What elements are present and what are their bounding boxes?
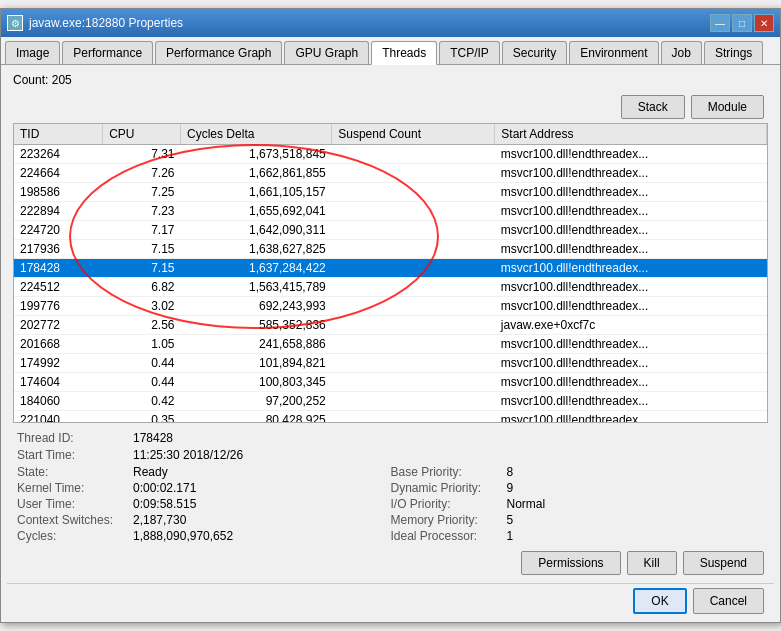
io-priority-value: Normal bbox=[507, 497, 546, 511]
cycles-value: 1,888,090,970,652 bbox=[133, 529, 233, 543]
tab-tcpip[interactable]: TCP/IP bbox=[439, 41, 500, 64]
table-row[interactable]: 2016681.05241,658,886msvcr100.dll!endthr… bbox=[14, 335, 767, 354]
context-switches-value: 2,187,730 bbox=[133, 513, 186, 527]
title-controls: — □ ✕ bbox=[710, 14, 774, 32]
table-row[interactable]: 1746040.44100,803,345msvcr100.dll!endthr… bbox=[14, 373, 767, 392]
state-value: Ready bbox=[133, 465, 168, 479]
tab-job[interactable]: Job bbox=[661, 41, 702, 64]
title-bar-left: ⚙ javaw.exe:182880 Properties bbox=[7, 15, 183, 31]
base-priority-value: 8 bbox=[507, 465, 514, 479]
kernel-time-row: Kernel Time: 0:00:02.171 bbox=[17, 481, 391, 495]
tab-threads[interactable]: Threads bbox=[371, 41, 437, 65]
details-section: Thread ID: 178428 Start Time: 11:25:30 2… bbox=[7, 423, 774, 547]
table-row[interactable]: 2210400.3580,428,925msvcr100.dll!endthre… bbox=[14, 411, 767, 424]
close-button[interactable]: ✕ bbox=[754, 14, 774, 32]
context-switches-row: Context Switches: 2,187,730 bbox=[17, 513, 391, 527]
state-label: State: bbox=[17, 465, 127, 479]
col-header-address[interactable]: Start Address bbox=[495, 124, 767, 145]
cycles-label: Cycles: bbox=[17, 529, 127, 543]
title-bar: ⚙ javaw.exe:182880 Properties — □ ✕ bbox=[1, 9, 780, 37]
table-row[interactable]: 2179367.151,638,627,825msvcr100.dll!endt… bbox=[14, 240, 767, 259]
window-title: javaw.exe:182880 Properties bbox=[29, 16, 183, 30]
table-row[interactable]: 2232647.311,673,518,845msvcr100.dll!endt… bbox=[14, 145, 767, 164]
app-icon: ⚙ bbox=[7, 15, 23, 31]
col-header-cpu[interactable]: CPU bbox=[103, 124, 181, 145]
permissions-button[interactable]: Permissions bbox=[521, 551, 620, 575]
cycles-row: Cycles: 1,888,090,970,652 bbox=[17, 529, 391, 543]
table-row[interactable]: 1784287.151,637,284,422msvcr100.dll!endt… bbox=[14, 259, 767, 278]
cancel-button[interactable]: Cancel bbox=[693, 588, 764, 614]
context-switches-label: Context Switches: bbox=[17, 513, 127, 527]
thread-table: TID CPU Cycles Delta Suspend Count Start… bbox=[14, 124, 767, 423]
tab-strings[interactable]: Strings bbox=[704, 41, 763, 64]
io-priority-label: I/O Priority: bbox=[391, 497, 501, 511]
table-row[interactable]: 2246647.261,662,861,855msvcr100.dll!endt… bbox=[14, 164, 767, 183]
table-row[interactable]: 1840600.4297,200,252msvcr100.dll!endthre… bbox=[14, 392, 767, 411]
memory-priority-row: Memory Priority: 5 bbox=[391, 513, 765, 527]
tab-bar: Image Performance Performance Graph GPU … bbox=[1, 37, 780, 65]
thread-id-row: Thread ID: 178428 bbox=[17, 431, 764, 445]
action-buttons-row: Permissions Kill Suspend bbox=[7, 547, 774, 579]
maximize-button[interactable]: □ bbox=[732, 14, 752, 32]
table-row[interactable]: 1985867.251,661,105,157msvcr100.dll!endt… bbox=[14, 183, 767, 202]
dynamic-priority-row: Dynamic Priority: 9 bbox=[391, 481, 765, 495]
ideal-processor-label: Ideal Processor: bbox=[391, 529, 501, 543]
table-row[interactable]: 1749920.44101,894,821msvcr100.dll!endthr… bbox=[14, 354, 767, 373]
table-row[interactable]: 2027722.56585,352,836javaw.exe+0xcf7c bbox=[14, 316, 767, 335]
user-time-row: User Time: 0:09:58.515 bbox=[17, 497, 391, 511]
start-time-value: 11:25:30 2018/12/26 bbox=[133, 448, 243, 462]
user-time-value: 0:09:58.515 bbox=[133, 497, 196, 511]
base-priority-row: Base Priority: 8 bbox=[391, 465, 765, 479]
stack-module-row: Stack Module bbox=[17, 95, 764, 119]
base-priority-label: Base Priority: bbox=[391, 465, 501, 479]
tab-security[interactable]: Security bbox=[502, 41, 567, 64]
kernel-time-label: Kernel Time: bbox=[17, 481, 127, 495]
memory-priority-value: 5 bbox=[507, 513, 514, 527]
count-label: Count: bbox=[13, 73, 48, 87]
col-header-tid[interactable]: TID bbox=[14, 124, 103, 145]
suspend-button[interactable]: Suspend bbox=[683, 551, 764, 575]
tab-gpu-graph[interactable]: GPU Graph bbox=[284, 41, 369, 64]
count-bar: Count: 205 bbox=[7, 69, 774, 91]
col-header-cycles[interactable]: Cycles Delta bbox=[181, 124, 332, 145]
module-button[interactable]: Module bbox=[691, 95, 764, 119]
user-time-label: User Time: bbox=[17, 497, 127, 511]
tab-performance-graph[interactable]: Performance Graph bbox=[155, 41, 282, 64]
tab-environment[interactable]: Environment bbox=[569, 41, 658, 64]
ideal-processor-value: 1 bbox=[507, 529, 514, 543]
start-time-row: Start Time: 11:25:30 2018/12/26 bbox=[17, 448, 764, 462]
table-row[interactable]: 2228947.231,655,692,041msvcr100.dll!endt… bbox=[14, 202, 767, 221]
table-row[interactable]: 2247207.171,642,090,311msvcr100.dll!endt… bbox=[14, 221, 767, 240]
memory-priority-label: Memory Priority: bbox=[391, 513, 501, 527]
kernel-time-value: 0:00:02.171 bbox=[133, 481, 196, 495]
ok-button[interactable]: OK bbox=[633, 588, 686, 614]
tab-performance[interactable]: Performance bbox=[62, 41, 153, 64]
details-grid: State: Ready Base Priority: 8 Kernel Tim… bbox=[17, 465, 764, 543]
thread-id-label: Thread ID: bbox=[17, 431, 127, 445]
thread-id-value: 178428 bbox=[133, 431, 173, 445]
minimize-button[interactable]: — bbox=[710, 14, 730, 32]
dynamic-priority-value: 9 bbox=[507, 481, 514, 495]
kill-button[interactable]: Kill bbox=[627, 551, 677, 575]
table-row[interactable]: 1997763.02692,243,993msvcr100.dll!endthr… bbox=[14, 297, 767, 316]
state-row: State: Ready bbox=[17, 465, 391, 479]
start-time-label: Start Time: bbox=[17, 448, 127, 462]
table-row[interactable]: 2245126.821,563,415,789msvcr100.dll!endt… bbox=[14, 278, 767, 297]
tab-image[interactable]: Image bbox=[5, 41, 60, 64]
thread-table-container[interactable]: TID CPU Cycles Delta Suspend Count Start… bbox=[13, 123, 768, 423]
count-value: 205 bbox=[52, 73, 72, 87]
table-header-row: TID CPU Cycles Delta Suspend Count Start… bbox=[14, 124, 767, 145]
stack-button[interactable]: Stack bbox=[621, 95, 685, 119]
io-priority-row: I/O Priority: Normal bbox=[391, 497, 765, 511]
dynamic-priority-label: Dynamic Priority: bbox=[391, 481, 501, 495]
ok-cancel-row: OK Cancel bbox=[7, 583, 774, 622]
ideal-processor-row: Ideal Processor: 1 bbox=[391, 529, 765, 543]
main-window: ⚙ javaw.exe:182880 Properties — □ ✕ Imag… bbox=[0, 8, 781, 623]
col-header-suspend[interactable]: Suspend Count bbox=[332, 124, 495, 145]
